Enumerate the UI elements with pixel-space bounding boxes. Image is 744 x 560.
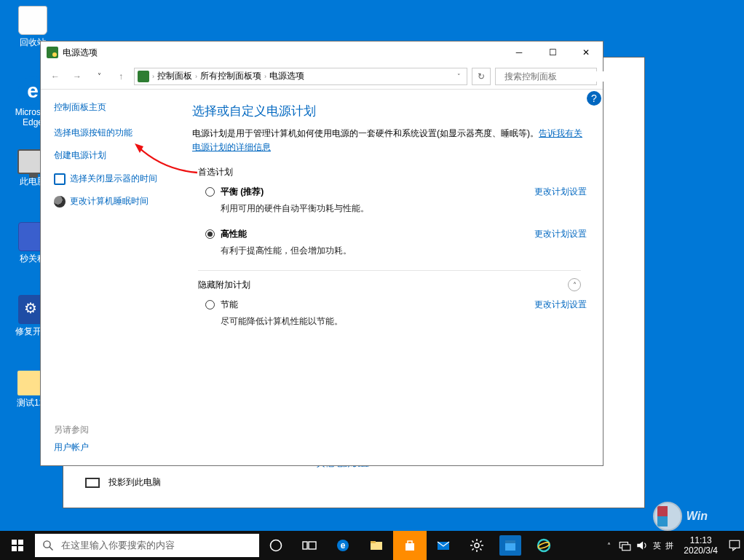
svg-rect-15 [405, 543, 414, 551]
moon-icon [54, 196, 66, 208]
main-panel: ? 选择或自定义电源计划 电源计划是用于管理计算机如何使用电源的一套硬件和系统设… [185, 90, 603, 465]
ime-lang[interactable]: 英 [653, 540, 661, 551]
svg-rect-5 [18, 546, 23, 551]
tray-overflow[interactable]: ˄ [604, 542, 614, 550]
chevron-right-icon: › [152, 73, 154, 80]
monitor-icon [54, 173, 66, 185]
network-icon[interactable] [618, 539, 631, 552]
svg-rect-2 [12, 540, 17, 545]
page-description: 电源计划是用于管理计算机如何使用电源的一套硬件和系统设置(如显示器亮度、睡眠等)… [192, 127, 587, 154]
sidebar-item-display-off[interactable]: 选择关闭显示器的时间 [54, 172, 176, 185]
svg-line-23 [480, 548, 481, 550]
svg-rect-32 [729, 540, 740, 548]
start-button[interactable] [0, 531, 35, 560]
sidebar-item-create-plan[interactable]: 创建电源计划 [54, 149, 176, 162]
plan-name: 节能 [221, 299, 238, 311]
svg-rect-3 [18, 540, 23, 545]
cp-home-link[interactable]: 控制面板主页 [54, 101, 176, 114]
taskbar: 在这里输入你要搜索的内容 e ˄ 英 拼 11:132020/3/4 [0, 531, 744, 560]
svg-rect-31 [622, 545, 630, 551]
svg-text:e: e [341, 540, 346, 551]
svg-rect-27 [505, 540, 515, 543]
plan-saver: 节能 更改计划设置 尽可能降低计算机性能以节能。 [205, 299, 587, 328]
watermark: Win [653, 502, 708, 531]
plan-name: 平衡 (推荐) [221, 186, 264, 198]
search-box[interactable] [495, 68, 597, 85]
hidden-plans-header[interactable]: 隐藏附加计划 ˄ [198, 270, 581, 291]
system-tray: ˄ 英 拼 11:132020/3/4 [604, 535, 744, 556]
plan-name: 高性能 [221, 228, 247, 240]
address-bar[interactable]: › 控制面板 › 所有控制面板项 › 电源选项 ˅ [134, 68, 467, 85]
address-dropdown[interactable]: ˅ [454, 73, 464, 80]
sidebar: 控制面板主页 选择电源按钮的功能 创建电源计划 选择关闭显示器的时间 更改计算机… [41, 90, 185, 465]
plan-description: 有利于提高性能，但会增加功耗。 [221, 245, 587, 257]
radio-balanced[interactable] [205, 187, 215, 197]
window-title: 电源选项 [63, 47, 502, 59]
edge-button[interactable]: e [326, 531, 360, 560]
cortana-button[interactable] [259, 531, 293, 560]
svg-rect-9 [303, 542, 307, 549]
search-icon [42, 540, 54, 551]
plan-description: 尽可能降低计算机性能以节能。 [221, 315, 587, 328]
radio-highperf[interactable] [205, 229, 215, 239]
close-button[interactable]: ✕ [569, 42, 603, 63]
control-panel-taskbar[interactable] [499, 535, 521, 556]
search-placeholder: 在这里输入你要搜索的内容 [61, 539, 175, 552]
power-icon [138, 71, 149, 82]
user-accounts-link[interactable]: 用户帐户 [54, 441, 89, 454]
back-button[interactable]: ← [47, 68, 64, 85]
refresh-button[interactable]: ↻ [472, 68, 491, 85]
radio-saver[interactable] [205, 300, 215, 309]
breadcrumb-item[interactable]: 控制面板 [157, 70, 192, 82]
see-also-label: 另请参阅 [54, 424, 89, 436]
windows-logo-icon [653, 502, 682, 531]
svg-line-7 [50, 547, 53, 551]
ie-button[interactable] [527, 531, 561, 560]
history-dropdown[interactable]: ˅ [90, 68, 108, 85]
minimize-button[interactable]: ─ [502, 42, 536, 63]
forward-button[interactable]: → [68, 68, 86, 85]
svg-line-25 [472, 548, 474, 550]
control-panel-window: 电源选项 ─ ☐ ✕ ← → ˅ ↑ › 控制面板 › 所有控制面板项 › 电源… [40, 41, 603, 466]
breadcrumb-item[interactable]: 所有控制面板项 [200, 70, 261, 82]
svg-point-8 [271, 540, 282, 551]
svg-rect-4 [12, 546, 17, 551]
maximize-button[interactable]: ☐ [536, 42, 569, 63]
taskbar-search[interactable]: 在这里输入你要搜索的内容 [35, 534, 259, 557]
svg-line-24 [480, 541, 481, 543]
project-setting[interactable]: 投影到此电脑 [85, 476, 161, 489]
store-button[interactable] [393, 531, 427, 560]
notifications-icon[interactable] [728, 539, 741, 552]
help-button[interactable]: ? [587, 91, 601, 106]
power-icon [47, 47, 58, 58]
settings-button[interactable] [460, 531, 494, 560]
svg-point-6 [44, 541, 50, 548]
mail-button[interactable] [427, 531, 460, 560]
change-settings-link[interactable]: 更改计划设置 [534, 228, 587, 240]
clock[interactable]: 11:132020/3/4 [678, 535, 724, 556]
breadcrumb-item[interactable]: 电源选项 [269, 70, 304, 82]
sidebar-item-sleep[interactable]: 更改计算机睡眠时间 [54, 195, 176, 208]
page-heading: 选择或自定义电源计划 [192, 103, 587, 119]
preferred-plans-label: 首选计划 [198, 166, 587, 178]
svg-point-17 [475, 543, 479, 548]
navbar: ← → ˅ ↑ › 控制面板 › 所有控制面板项 › 电源选项 ˅ ↻ [41, 63, 603, 90]
svg-rect-14 [371, 541, 376, 543]
plan-balanced: 平衡 (推荐) 更改计划设置 利用可用的硬件自动平衡功耗与性能。 [205, 186, 587, 215]
projector-icon [85, 478, 100, 488]
sidebar-item-button-action[interactable]: 选择电源按钮的功能 [54, 127, 176, 139]
up-button[interactable]: ↑ [112, 68, 130, 85]
task-view-button[interactable] [293, 531, 326, 560]
explorer-button[interactable] [360, 531, 393, 560]
plan-highperf: 高性能 更改计划设置 有利于提高性能，但会增加功耗。 [205, 228, 587, 257]
change-settings-link[interactable]: 更改计划设置 [534, 299, 587, 311]
chevron-right-icon: › [264, 73, 266, 80]
titlebar: 电源选项 ─ ☐ ✕ [41, 42, 603, 63]
search-input[interactable] [504, 71, 614, 82]
change-settings-link[interactable]: 更改计划设置 [534, 186, 587, 198]
svg-line-22 [472, 541, 474, 543]
volume-icon[interactable] [636, 539, 649, 552]
ime-mode[interactable]: 拼 [665, 540, 673, 551]
chevron-right-icon: › [195, 73, 197, 80]
collapse-icon[interactable]: ˄ [568, 278, 581, 291]
